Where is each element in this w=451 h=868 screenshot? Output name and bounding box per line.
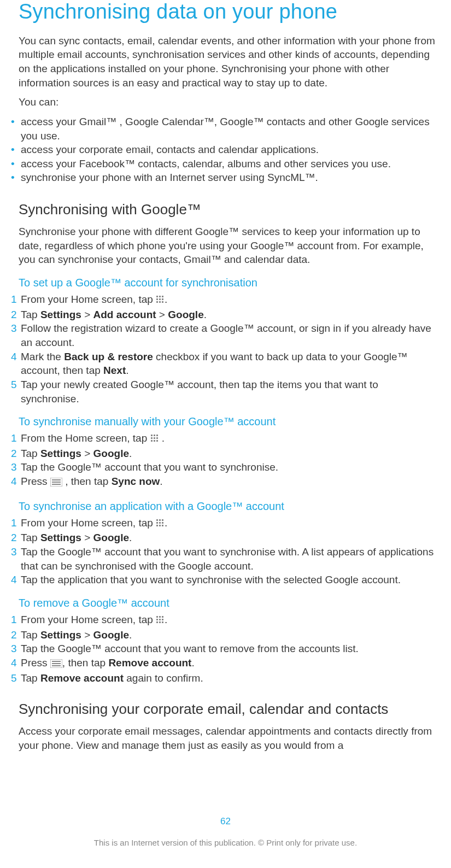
svg-rect-38	[159, 621, 161, 623]
page-number: 62	[0, 816, 451, 827]
footer-disclaimer: This is an Internet version of this publ…	[0, 838, 451, 847]
page: Synchronising data on your phone You can…	[0, 0, 451, 868]
svg-rect-33	[162, 616, 163, 618]
step: Press , then tap Remove account.	[11, 656, 437, 672]
section-heading-corporate: Synchronising your corporate email, cale…	[19, 701, 437, 718]
steps-appsync: From your Home screen, tap . Tap Setting…	[19, 516, 437, 587]
steps-remove: From your Home screen, tap . Tap Setting…	[19, 613, 437, 685]
svg-rect-15	[151, 440, 153, 442]
step: From the Home screen, tap .	[11, 431, 437, 447]
svg-rect-34	[156, 619, 158, 620]
intro-paragraph-2: You can:	[19, 95, 437, 109]
step-text: .	[165, 517, 167, 529]
step-text: .	[129, 532, 132, 543]
step-text: Tap	[21, 532, 40, 543]
step-text: .	[160, 476, 162, 487]
step-text: >	[81, 448, 93, 459]
ui-label: Remove account	[40, 672, 124, 684]
step: Mark the Back up & restore checkbox if y…	[11, 350, 437, 378]
svg-rect-10	[154, 435, 155, 436]
svg-rect-27	[162, 522, 163, 524]
capability-list: access your Gmail™ , Google Calendar™, G…	[19, 115, 437, 185]
svg-rect-2	[162, 296, 163, 297]
step-text: .	[191, 657, 194, 668]
ui-label: Google	[93, 532, 129, 543]
svg-rect-22	[156, 519, 158, 521]
step-text: From your Home screen, tap	[21, 517, 156, 529]
step-text: , then tap	[62, 476, 112, 487]
step-text: .	[126, 365, 128, 376]
section-heading-google: Synchronising with Google™	[19, 201, 437, 218]
step: Follow the registration wizard to create…	[11, 321, 437, 349]
step-text: From your Home screen, tap	[21, 294, 156, 305]
list-item: access your Gmail™ , Google Calendar™, G…	[11, 115, 437, 143]
svg-rect-32	[159, 616, 161, 618]
step: Tap the application that you want to syn…	[11, 573, 437, 587]
svg-rect-17	[156, 440, 158, 442]
ui-label: Settings	[40, 532, 81, 543]
list-item: synchronise your phone with an Internet …	[11, 171, 437, 185]
svg-rect-6	[156, 301, 158, 303]
step: From your Home screen, tap .	[11, 292, 437, 308]
svg-rect-1	[159, 296, 161, 297]
list-item: access your corporate email, contacts an…	[11, 143, 437, 157]
ui-label: Add account	[93, 309, 156, 320]
step-text: >	[156, 309, 168, 320]
step-text: From the Home screen, tap	[21, 432, 150, 444]
ui-label: Settings	[40, 629, 81, 641]
steps-manual: From the Home screen, tap . Tap Settings…	[19, 431, 437, 490]
step-text: .	[129, 629, 132, 641]
apps-grid-icon	[150, 432, 159, 447]
menu-icon	[50, 476, 62, 490]
ui-label: Settings	[40, 309, 81, 320]
list-item: access your Facebook™ contacts, calendar…	[11, 157, 437, 171]
apps-grid-icon	[156, 294, 165, 308]
step-text: Mark the	[21, 351, 64, 362]
svg-rect-13	[154, 437, 155, 439]
svg-rect-9	[151, 435, 153, 436]
apps-grid-icon	[156, 614, 165, 628]
step-text: .	[204, 309, 207, 320]
svg-rect-5	[162, 298, 163, 300]
step-text: Tap	[21, 629, 40, 641]
svg-rect-29	[159, 525, 161, 526]
step-text: , then tap	[62, 657, 109, 668]
step: Tap the Google™ account that you want to…	[11, 642, 437, 656]
svg-rect-43	[52, 665, 61, 666]
step-text: Tap	[21, 309, 40, 320]
google-paragraph: Synchronise your phone with different Go…	[19, 225, 437, 267]
svg-rect-16	[154, 440, 155, 442]
svg-rect-39	[162, 621, 163, 623]
svg-rect-28	[156, 525, 158, 526]
svg-rect-31	[156, 616, 158, 618]
step-text: Tap	[21, 672, 40, 684]
svg-rect-36	[162, 619, 163, 620]
procedure-title-appsync: To synchronise an application with a Goo…	[19, 500, 437, 513]
step: Tap your newly created Google™ account, …	[11, 378, 437, 406]
intro-block: You can sync contacts, email, calendar e…	[19, 34, 437, 109]
procedure-title-manual: To synchronise manually with your Google…	[19, 415, 437, 428]
step-text: .	[165, 614, 167, 625]
step: Tap Settings > Google.	[11, 531, 437, 545]
step: From your Home screen, tap .	[11, 613, 437, 628]
step-text: again to confirm.	[124, 672, 203, 684]
step-text: >	[81, 532, 93, 543]
svg-rect-12	[151, 437, 153, 439]
ui-label: Google	[93, 448, 129, 459]
ui-label: Sync now	[112, 476, 160, 487]
svg-rect-4	[159, 298, 161, 300]
menu-icon	[50, 658, 62, 672]
ui-label: Remove account	[108, 657, 191, 668]
svg-rect-42	[52, 663, 61, 664]
step: Tap Settings > Google.	[11, 447, 437, 461]
steps-setup: From your Home screen, tap . Tap Setting…	[19, 292, 437, 406]
svg-rect-3	[156, 298, 158, 300]
corporate-paragraph: Access your corporate email messages, ca…	[19, 724, 437, 752]
svg-rect-41	[52, 661, 61, 662]
step-text: Press	[21, 657, 50, 668]
step: Press , then tap Sync now.	[11, 474, 437, 490]
ui-label: Next	[103, 365, 126, 376]
svg-rect-20	[52, 482, 61, 483]
svg-rect-24	[162, 519, 163, 521]
ui-label: Google	[168, 309, 203, 320]
